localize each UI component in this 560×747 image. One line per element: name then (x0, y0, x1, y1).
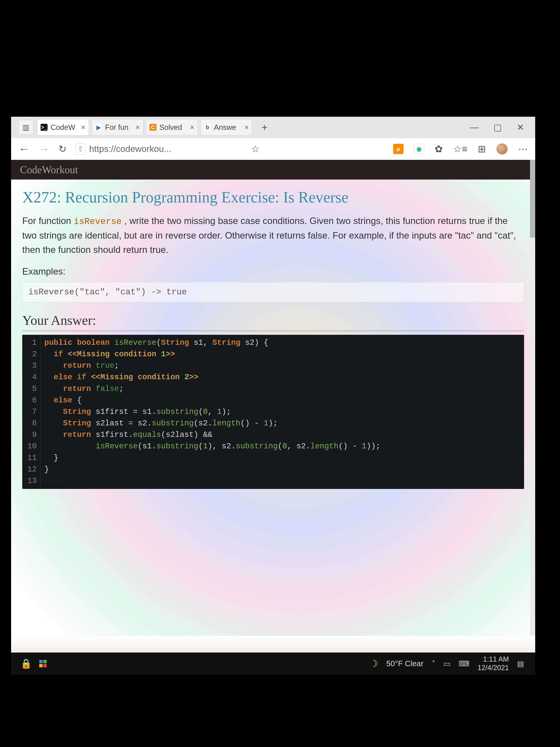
start-button[interactable] (39, 660, 47, 667)
forward-button[interactable]: → (38, 143, 50, 155)
gutter-line: 11 (26, 452, 38, 464)
gutter-line: 4 (26, 371, 38, 383)
editor-code[interactable]: public boolean isReverse(String s1, Stri… (41, 335, 384, 489)
collections-button[interactable]: ⊞ (478, 144, 486, 155)
toolbar: ← → ↻ ⇧ https://codeworkou... ☆ ⌀ ◉ ✿ ☆≡… (11, 138, 535, 160)
url-text: https://codeworkou... (89, 144, 171, 154)
tab-label: For fun (105, 123, 129, 132)
tab[interactable]: CSolved× (146, 119, 198, 135)
profile-avatar[interactable] (496, 143, 508, 155)
gutter-line: 1 (26, 337, 38, 349)
tab[interactable]: >_CodeW× (37, 119, 89, 135)
tab-favicon: C (150, 124, 157, 131)
page-viewport: CodeWorkout X272: Recursion Programming … (11, 160, 535, 665)
taskbar-lock-icon[interactable]: 🔒 (20, 658, 32, 669)
tab-strip: ▥ >_CodeW×▶For fun×CSolved×bAnswe× + — ▢… (11, 117, 535, 138)
tab[interactable]: bAnswe× (201, 119, 252, 135)
notifications-icon[interactable]: ▤ (517, 660, 524, 668)
gutter-line: 13 (26, 475, 38, 487)
scrollbar-thumb[interactable] (530, 160, 535, 238)
input-icon[interactable]: ⌨ (459, 660, 470, 668)
gutter-line: 9 (26, 429, 38, 441)
battery-icon[interactable]: ▭ (444, 660, 451, 668)
weather-icon[interactable]: ☽ (369, 658, 378, 669)
extension-icon[interactable]: ⌀ (393, 144, 403, 154)
back-button[interactable]: ← (19, 143, 30, 155)
gutter-line: 12 (26, 464, 38, 475)
browser-window: ▥ >_CodeW×▶For fun×CSolved×bAnswe× + — ▢… (11, 117, 535, 665)
tab-close-icon[interactable]: × (244, 123, 249, 132)
tab-label: Answe (214, 123, 236, 132)
toolbar-right: ⌀ ◉ ✿ ☆≡ ⊞ ⋯ (393, 143, 528, 155)
tab-close-icon[interactable]: × (136, 123, 140, 132)
gutter-line: 10 (26, 441, 38, 452)
site-brand[interactable]: CodeWorkout (20, 164, 78, 176)
refresh-button[interactable]: ↻ (58, 144, 67, 155)
clock-time: 1:11 AM (478, 655, 509, 664)
tab[interactable]: ▶For fun× (91, 119, 143, 135)
gutter-line: 8 (26, 418, 38, 429)
tab-label: Solved (159, 123, 182, 132)
tab-actions-button[interactable]: ▥ (19, 120, 33, 135)
examples-label: Examples: (22, 266, 524, 277)
editor-gutter: 12345678910111213 (22, 335, 41, 489)
favorite-button[interactable]: ☆ (251, 144, 260, 155)
page-content: X272: Recursion Programming Exercise: Is… (11, 180, 535, 489)
example-box: isReverse("tac", "cat") -> true (22, 282, 524, 302)
tab-close-icon[interactable]: × (190, 123, 194, 132)
extension-icon[interactable]: ◉ (414, 144, 424, 154)
tab-favicon: b (204, 124, 211, 131)
minimize-button[interactable]: — (470, 122, 479, 132)
maximize-button[interactable]: ▢ (494, 122, 502, 132)
gutter-line: 3 (26, 360, 38, 371)
tray-expand-icon[interactable]: ˄ (432, 660, 435, 668)
taskbar: 🔒 ☽ 50°F Clear ˄ ▭ ⌨ 1:11 AM 12/4/2021 ▤ (11, 652, 535, 675)
exercise-description: For function isReverse , write the two m… (22, 214, 524, 257)
gutter-line: 6 (26, 395, 38, 406)
window-controls: — ▢ ✕ (470, 122, 535, 132)
code-editor[interactable]: 12345678910111213 public boolean isRever… (22, 335, 524, 489)
weather-text[interactable]: 50°F Clear (386, 659, 424, 668)
clock-date: 12/4/2021 (478, 664, 509, 672)
desktop-peek (11, 636, 535, 652)
tab-favicon: >_ (41, 124, 48, 131)
site-info-icon[interactable]: ⇧ (76, 144, 85, 154)
close-window-button[interactable]: ✕ (517, 122, 524, 132)
tab-label: CodeW (51, 123, 75, 132)
gutter-line: 2 (26, 349, 38, 360)
address-bar[interactable]: ⇧ https://codeworkou... (76, 144, 242, 154)
site-header: CodeWorkout (11, 160, 535, 180)
exercise-title: X272: Recursion Programming Exercise: Is… (22, 188, 524, 206)
gutter-line: 7 (26, 406, 38, 418)
extensions-button[interactable]: ✿ (435, 144, 443, 155)
gutter-line: 5 (26, 383, 38, 395)
new-tab-button[interactable]: + (256, 121, 273, 133)
scrollbar[interactable] (530, 160, 535, 665)
clock[interactable]: 1:11 AM 12/4/2021 (478, 655, 509, 672)
tab-close-icon[interactable]: × (81, 123, 85, 132)
your-answer-label: Your Answer: (22, 313, 524, 331)
tab-favicon: ▶ (95, 124, 102, 131)
menu-button[interactable]: ⋯ (518, 144, 528, 155)
favorites-list-button[interactable]: ☆≡ (453, 144, 468, 155)
